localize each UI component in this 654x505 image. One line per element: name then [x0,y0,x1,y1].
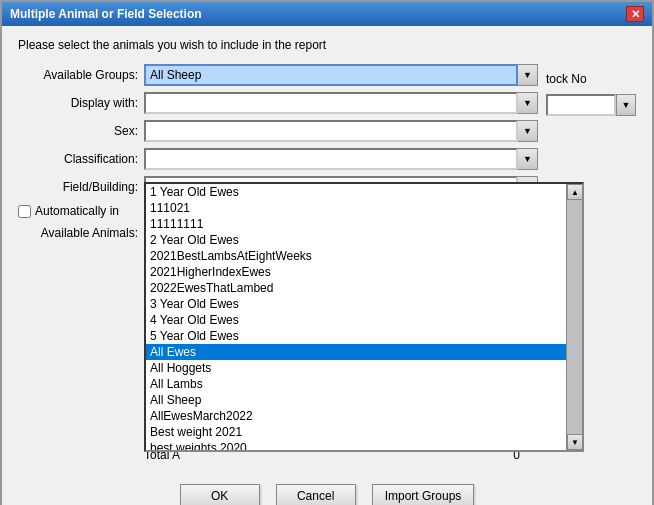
dropdown-scrollbar: ▲ ▼ [566,184,582,450]
available-groups-label: Available Groups: [18,68,138,82]
stock-no-dropdown-btn[interactable]: ▼ [616,94,636,116]
dropdown-list-item[interactable]: All Lambs [146,376,566,392]
stock-no-dropdown: ▼ [546,94,636,116]
dropdown-list-item[interactable]: AllEwesMarch2022 [146,408,566,424]
display-with-row: Display with: ▼ [18,92,538,114]
sex-dropdown: ▼ [144,120,538,142]
field-building-label: Field/Building: [18,180,138,194]
dropdown-list-item[interactable]: 1 Year Old Ewes [146,184,566,200]
classification-label: Classification: [18,152,138,166]
content-area: Please select the animals you wish to in… [2,26,652,474]
import-groups-button[interactable]: Import Groups [372,484,475,505]
display-with-dropdown: ▼ [144,92,538,114]
dropdown-list-item[interactable]: 2 Year Old Ewes [146,232,566,248]
stock-no-label: tock No [546,72,636,86]
display-with-label: Display with: [18,96,138,110]
dropdown-list-item[interactable]: All Hoggets [146,360,566,376]
button-row: OK Cancel Import Groups [2,484,652,505]
dropdown-scroll-thumb [567,200,582,434]
classification-row: Classification: ▼ [18,148,538,170]
dropdown-list-container: 1 Year Old Ewes111021111111112 Year Old … [144,182,584,452]
dropdown-list-item[interactable]: 11111111 [146,216,566,232]
available-groups-row: Available Groups: ▼ [18,64,538,86]
title-bar: Multiple Animal or Field Selection ✕ [2,2,652,26]
classification-input[interactable] [144,148,518,170]
display-with-input[interactable] [144,92,518,114]
cancel-button[interactable]: Cancel [276,484,356,505]
classification-dropdown: ▼ [144,148,538,170]
available-groups-dropdown: ▼ [144,64,538,86]
ok-button[interactable]: OK [180,484,260,505]
description-text: Please select the animals you wish to in… [18,38,636,52]
dropdown-list-item[interactable]: 2021HigherIndexEwes [146,264,566,280]
dropdown-list-item[interactable]: 5 Year Old Ewes [146,328,566,344]
available-groups-dropdown-btn[interactable]: ▼ [518,64,538,86]
display-with-dropdown-btn[interactable]: ▼ [518,92,538,114]
dropdown-list-item[interactable]: All Sheep [146,392,566,408]
stock-no-input[interactable] [546,94,616,116]
dropdown-list-item[interactable]: best weights 2020 [146,440,566,452]
sex-label: Sex: [18,124,138,138]
dropdown-list-item[interactable]: 2022EwesThatLambed [146,280,566,296]
classification-dropdown-btn[interactable]: ▼ [518,148,538,170]
available-animals-label: Available Animals: [18,224,138,240]
close-button[interactable]: ✕ [626,6,644,22]
dropdown-scroll-up[interactable]: ▲ [567,184,583,200]
window-title: Multiple Animal or Field Selection [10,7,202,21]
auto-checkbox[interactable] [18,205,31,218]
dropdown-list-item[interactable]: 2021BestLambsAtEightWeeks [146,248,566,264]
main-window: Multiple Animal or Field Selection ✕ Ple… [0,0,654,505]
dropdown-list-item[interactable]: Best weight 2021 [146,424,566,440]
auto-label: Automatically in [35,204,119,218]
available-groups-input[interactable] [144,64,518,86]
dropdown-list[interactable]: 1 Year Old Ewes111021111111112 Year Old … [146,184,566,450]
dropdown-list-item[interactable]: All Ewes [146,344,566,360]
sex-input[interactable] [144,120,518,142]
sex-row: Sex: ▼ [18,120,538,142]
dropdown-list-item[interactable]: 4 Year Old Ewes [146,312,566,328]
sex-dropdown-btn[interactable]: ▼ [518,120,538,142]
dropdown-list-item[interactable]: 111021 [146,200,566,216]
dropdown-list-item[interactable]: 3 Year Old Ewes [146,296,566,312]
dropdown-scroll-down[interactable]: ▼ [567,434,583,450]
